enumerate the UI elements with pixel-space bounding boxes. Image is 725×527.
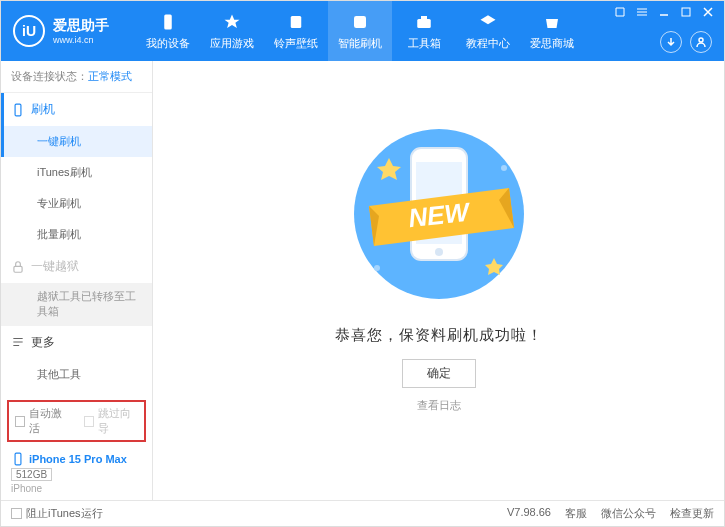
svg-rect-7 [15,104,21,116]
device-info: iPhone 15 Pro Max 512GB iPhone [1,446,152,500]
more-icon [11,335,25,349]
sidebar-item-batch-flash[interactable]: 批量刷机 [1,219,152,250]
device-storage: 512GB [11,468,52,481]
nav-tutorial[interactable]: 教程中心 [456,1,520,61]
checkbox-icon [15,416,25,427]
phone-small-icon [11,452,25,466]
sidebar-item-pro-flash[interactable]: 专业刷机 [1,188,152,219]
nav-label: 工具箱 [408,36,441,51]
brand-name: 爱思助手 [53,17,109,35]
sidebar-item-download-firmware[interactable]: 下载固件 [1,390,152,396]
nav-my-device[interactable]: 我的设备 [136,1,200,61]
music-icon [286,12,306,32]
success-message: 恭喜您，保资料刷机成功啦！ [335,326,543,345]
options-box: 自动激活 跳过向导 [7,400,146,442]
svg-rect-1 [291,16,302,28]
sidebar-group-jailbreak[interactable]: 一键越狱 [1,250,152,283]
window-controls [612,5,716,19]
refresh-icon [350,12,370,32]
nav-label: 教程中心 [466,36,510,51]
brand-url: www.i4.cn [53,35,109,45]
appstore-icon [222,12,242,32]
app-header: iU 爱思助手 www.i4.cn 我的设备 应用游戏 铃声壁纸 智能刷机 [1,1,724,61]
sidebar-item-jailbreak-note[interactable]: 越狱工具已转移至工具箱 [1,283,152,326]
svg-rect-9 [15,453,21,465]
nav-label: 应用游戏 [210,36,254,51]
close-icon[interactable] [700,5,716,19]
phone-icon [158,12,178,32]
nav-smart-flash[interactable]: 智能刷机 [328,1,392,61]
nav-label: 爱思商城 [530,36,574,51]
sidebar-item-one-key-flash[interactable]: 一键刷机 [1,126,152,157]
user-button[interactable] [690,31,712,53]
sidebar-group-more[interactable]: 更多 [1,326,152,359]
footer-check-update[interactable]: 检查更新 [670,506,714,521]
device-name[interactable]: iPhone 15 Pro Max [11,452,142,466]
view-log-link[interactable]: 查看日志 [417,398,461,413]
skin-icon[interactable] [612,5,628,19]
svg-rect-5 [682,8,690,16]
checkbox-skip-guide[interactable]: 跳过向导 [84,406,139,436]
checkbox-icon [84,416,94,427]
footer: 阻止iTunes运行 V7.98.66 客服 微信公众号 检查更新 [1,500,724,526]
graduation-icon [478,12,498,32]
shop-icon [542,12,562,32]
footer-wechat[interactable]: 微信公众号 [601,506,656,521]
nav-label: 智能刷机 [338,36,382,51]
toolbox-icon [414,12,434,32]
footer-support[interactable]: 客服 [565,506,587,521]
svg-rect-4 [421,16,427,19]
download-button[interactable] [660,31,682,53]
device-type: iPhone [11,483,142,494]
menu-icon[interactable] [634,5,650,19]
svg-point-14 [374,265,380,271]
footer-version: V7.98.66 [507,506,551,521]
sidebar-item-other-tools[interactable]: 其他工具 [1,359,152,390]
logo-area: iU 爱思助手 www.i4.cn [1,15,136,47]
sidebar-item-itunes-flash[interactable]: iTunes刷机 [1,157,152,188]
main-content: NEW 恭喜您，保资料刷机成功啦！ 确定 查看日志 [153,61,724,500]
checkbox-auto-activate[interactable]: 自动激活 [15,406,70,436]
nav-ringtone[interactable]: 铃声壁纸 [264,1,328,61]
svg-rect-3 [417,19,431,28]
success-illustration: NEW [329,128,549,308]
sidebar-group-flash[interactable]: 刷机 [1,93,152,126]
checkbox-block-itunes[interactable]: 阻止iTunes运行 [11,506,103,521]
nav-apps[interactable]: 应用游戏 [200,1,264,61]
minimize-icon[interactable] [656,5,672,19]
svg-rect-0 [164,14,172,29]
nav-label: 我的设备 [146,36,190,51]
nav-store[interactable]: 爱思商城 [520,1,584,61]
nav-label: 铃声壁纸 [274,36,318,51]
lock-icon [11,260,25,274]
ok-button[interactable]: 确定 [402,359,476,388]
sidebar: 设备连接状态：正常模式 刷机 一键刷机 iTunes刷机 专业刷机 批量刷机 一… [1,61,153,500]
nav-toolbox[interactable]: 工具箱 [392,1,456,61]
connection-status: 设备连接状态：正常模式 [1,61,152,93]
phone-small-icon [11,103,25,117]
maximize-icon[interactable] [678,5,694,19]
svg-rect-2 [354,16,366,28]
checkbox-icon [11,508,22,519]
svg-point-15 [501,165,507,171]
svg-point-13 [435,248,443,256]
svg-point-6 [699,38,703,42]
logo-icon: iU [13,15,45,47]
svg-rect-8 [14,266,22,272]
